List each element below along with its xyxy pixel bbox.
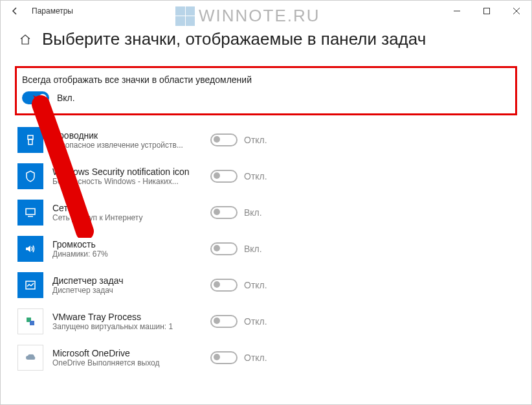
home-button[interactable] [19,33,32,46]
item-name: Диспетчер задач [52,275,201,286]
item-toggle[interactable] [210,315,238,328]
item-toggle-col: Откл. [210,133,267,146]
item-toggle[interactable] [210,170,238,183]
item-info: Диспетчер задачДиспетчер задач [52,275,201,295]
svg-rect-10 [30,321,34,325]
page-header: Выберите значки, отображаемые в панели з… [1,21,531,61]
vmware-icon [17,308,43,334]
item-toggle[interactable] [210,133,238,146]
item-name: Microsoft OneDrive [52,348,201,358]
item-toggle-state: Откл. [244,280,267,290]
item-info: СетьСеть Доступ к Интернету [52,203,201,222]
item-info: Microsoft OneDriveOneDrive Выполняется в… [52,348,201,367]
svg-rect-5 [28,139,32,145]
master-toggle-state: Вкл. [57,93,75,103]
item-name: Громкость [52,239,201,249]
item-name: VMware Tray Process [52,312,201,322]
item-name: Windows Security notification icon [52,167,201,177]
onedrive-icon [17,345,43,371]
item-toggle-col: Откл. [210,279,267,292]
item-toggle-state: Откл. [244,353,267,363]
svg-rect-1 [484,8,490,14]
items-list: ПроводникБезопасное извлечение устройств… [1,118,531,380]
master-toggle-label: Всегда отображать все значки в области у… [22,75,510,85]
master-toggle[interactable] [22,91,49,104]
item-toggle[interactable] [210,206,238,219]
maximize-button[interactable] [472,1,502,21]
highlight-box: Всегда отображать все значки в области у… [15,66,517,115]
list-item: VMware Tray ProcessЗапущено виртуальных … [15,303,517,340]
item-toggle-state: Откл. [244,316,267,327]
item-desc: Диспетчер задач [52,286,201,295]
item-toggle-state: Вкл. [244,207,262,218]
list-item: Диспетчер задачДиспетчер задачОткл. [15,267,517,303]
back-button[interactable] [1,1,29,21]
item-info: ПроводникБезопасное извлечение устройств… [52,130,201,150]
list-item: СетьСеть Доступ к ИнтернетуВкл. [15,194,517,231]
item-desc: OneDrive Выполняется выход [52,358,201,367]
item-desc: Динамики: 67% [52,249,201,259]
list-item: ПроводникБезопасное извлечение устройств… [15,122,517,158]
item-toggle[interactable] [210,242,238,255]
network-icon [17,200,43,226]
item-desc: Сеть Доступ к Интернету [52,213,201,222]
item-toggle-state: Откл. [244,171,267,181]
window-title: Параметры [32,6,73,16]
item-desc: Запущено виртуальных машин: 1 [52,322,201,331]
item-toggle-col: Откл. [210,351,267,364]
item-desc: Безопасное извлечение устройств... [52,141,201,150]
titlebar: Параметры [1,1,531,21]
svg-rect-6 [26,209,35,214]
svg-rect-4 [28,135,33,139]
item-info: ГромкостьДинамики: 67% [52,239,201,259]
item-toggle-state: Откл. [244,135,267,145]
shield-icon [17,163,43,189]
item-toggle-col: Откл. [210,170,267,183]
list-item: ГромкостьДинамики: 67%Вкл. [15,231,517,267]
item-toggle-col: Вкл. [210,206,262,219]
window-controls [442,1,531,21]
volume-icon [17,236,43,262]
list-item: Windows Security notification iconБезопа… [15,158,517,194]
item-toggle-col: Вкл. [210,242,262,255]
item-name: Проводник [52,130,201,141]
item-desc: Безопасность Windows - Никаких... [52,177,201,186]
item-info: VMware Tray ProcessЗапущено виртуальных … [52,312,201,331]
item-toggle[interactable] [210,351,238,364]
item-toggle-state: Вкл. [244,244,262,254]
minimize-button[interactable] [442,1,472,21]
item-toggle[interactable] [210,279,238,292]
usb-icon [17,127,43,153]
list-item: Microsoft OneDriveOneDrive Выполняется в… [15,340,517,376]
taskmgr-icon [17,272,43,298]
close-button[interactable] [502,1,531,21]
item-toggle-col: Откл. [210,315,267,328]
item-info: Windows Security notification iconБезопа… [52,167,201,186]
item-name: Сеть [52,203,201,213]
page-title: Выберите значки, отображаемые в панели з… [42,29,426,49]
